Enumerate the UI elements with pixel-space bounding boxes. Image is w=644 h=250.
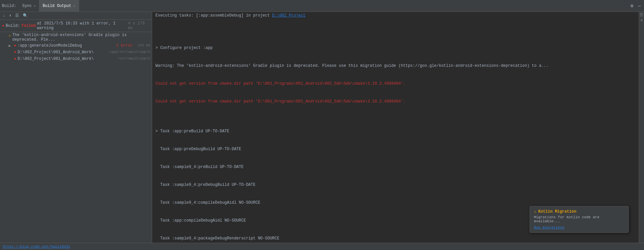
tab-build-output-label: Build Output: [43, 4, 71, 8]
output-line-10: Task :sample9_4:compileDebugAidl NO-SOUR…: [155, 200, 635, 206]
tree-item-path-001-text: D:\002_Project\001_Android_Work\: [18, 50, 104, 55]
tab-bar-actions: ⚙ —: [629, 2, 642, 9]
tab-build-output[interactable]: Build Output ✕: [39, 0, 79, 12]
status-bar-link[interactable]: https://blog.csdn.net/hap120201: [3, 245, 70, 249]
tree-item-generate-json[interactable]: ▶ ● :app:generateJsonModelDebug 1 error …: [0, 43, 152, 49]
kotlin-warning-icon: ⚠: [534, 209, 536, 214]
status-bar: https://blog.csdn.net/hap120201: [0, 243, 644, 250]
executing-text: Executing tasks: [:app:assembleDebug] in…: [155, 13, 270, 18]
build-details: at 2021/7/5 16:33 with 1 error, 1 warnin…: [37, 21, 127, 30]
run-migrations-link[interactable]: Run migrations: [534, 226, 564, 229]
generate-error-icon: ●: [14, 43, 16, 48]
right-panel: Executing tasks: [:app:assembleDebug] in…: [152, 12, 639, 243]
item-path-time: 133 ms: [134, 43, 150, 47]
left-panel: ↓ ⬆ ☰ 🔍 ● Build: failed at 2021/7/5 16:3…: [0, 12, 152, 243]
build-status-bar: ● Build: failed at 2021/7/5 16:33 with 1…: [0, 20, 152, 32]
tree-item-path-002-text: D:\002_Project\001_Android_Work\: [18, 57, 113, 61]
item-path-001: \app\src\main\cpp\C: [106, 50, 150, 54]
tree-item-path-001[interactable]: ● D:\002_Project\001_Android_Work\ \app\…: [0, 49, 152, 56]
executing-bar: Executing tasks: [:app:assembleDebug] in…: [152, 12, 639, 19]
close-window-icon[interactable]: —: [637, 3, 642, 9]
output-line-2: Warning: The 'kotlin-android-extensions'…: [155, 63, 635, 69]
tab-build-output-close[interactable]: ✕: [73, 4, 75, 8]
right-scrollbar-panel: ☰ ≡: [639, 12, 644, 243]
tree-item-path-002[interactable]: ● D:\002_Project\001_Android_Work\ \src\…: [0, 56, 152, 62]
output-line-6: > Task :app:preBuild UP-TO-DATE: [155, 128, 635, 134]
filter-icon[interactable]: ☰: [14, 13, 20, 19]
output-line-8: Task :sample9_4:preBuild UP-TO-DATE: [155, 164, 635, 170]
output-line-1: > Configure project :app: [155, 45, 635, 51]
tab-sync-close[interactable]: ✕: [34, 4, 36, 8]
tree-item-generate-text: :app:generateJsonModelDebug: [18, 43, 113, 48]
output-line-9: Task :sample9_4:preDebugBuild UP-TO-DATE: [155, 182, 635, 188]
build-time: 4 s 179 ms: [128, 21, 150, 30]
build-error-icon: ●: [2, 23, 4, 28]
kotlin-popup-title: ⚠ Kotlin Migration: [534, 209, 624, 214]
expand-all-icon[interactable]: ⬆: [8, 13, 13, 19]
tree-item-kotlin-warning[interactable]: ⚠ The 'kotlin-android-extensions' Gradle…: [0, 32, 152, 43]
item-path-002: \src\main\cpp\C: [114, 57, 150, 61]
output-line-7: Task :app:preDebugBuild UP-TO-DATE: [155, 146, 635, 152]
warning-icon: ⚠: [9, 33, 11, 38]
left-toolbar: ↓ ⬆ ☰ 🔍: [0, 12, 152, 20]
kotlin-popup-title-text: Kotlin Migration: [538, 209, 576, 214]
expand-generate-icon[interactable]: ▶: [9, 43, 13, 48]
output-line-4: Could not get version from cmake.dir pat…: [155, 99, 635, 104]
kotlin-migration-popup: ⚠ Kotlin Migration Migrations for Kotlin…: [530, 206, 629, 233]
build-status-text: failed: [21, 23, 35, 28]
output-line-3: Could not get version from cmake.dir pat…: [155, 81, 635, 87]
tab-sync[interactable]: Sync ✕: [19, 0, 39, 12]
kotlin-popup-text: Migrations for Kotlin code are available…: [534, 215, 624, 223]
scroll-filter-icon[interactable]: ☰: [640, 13, 643, 18]
tab-bar: Build: Sync ✕ Build Output ✕ ⚙ —: [0, 0, 644, 12]
path-001-error-icon: ●: [14, 50, 16, 55]
settings-icon[interactable]: ⚙: [629, 2, 634, 9]
project-path-link[interactable]: D:\002 Project: [272, 13, 306, 18]
tree-area: ⚠ The 'kotlin-android-extensions' Gradle…: [0, 32, 152, 243]
tab-sync-label: Sync: [22, 4, 32, 8]
tree-item-kotlin-warning-text: The 'kotlin-android-extensions' Gradle p…: [12, 33, 150, 42]
path-002-error-icon: ●: [14, 57, 16, 61]
search-left-icon[interactable]: 🔍: [21, 13, 29, 19]
scroll-to-end-icon[interactable]: ↓: [1, 13, 6, 19]
error-count-badge: 1 error: [116, 43, 133, 48]
build-label: Build:: [6, 23, 20, 28]
scroll-align-icon[interactable]: ≡: [640, 18, 643, 23]
build-prefix-label: Build:: [2, 4, 16, 8]
main-area: ↓ ⬆ ☰ 🔍 ● Build: failed at 2021/7/5 16:3…: [0, 12, 644, 243]
output-line-12: Task :sample9_4:packageDebugRenderscript…: [155, 235, 635, 241]
